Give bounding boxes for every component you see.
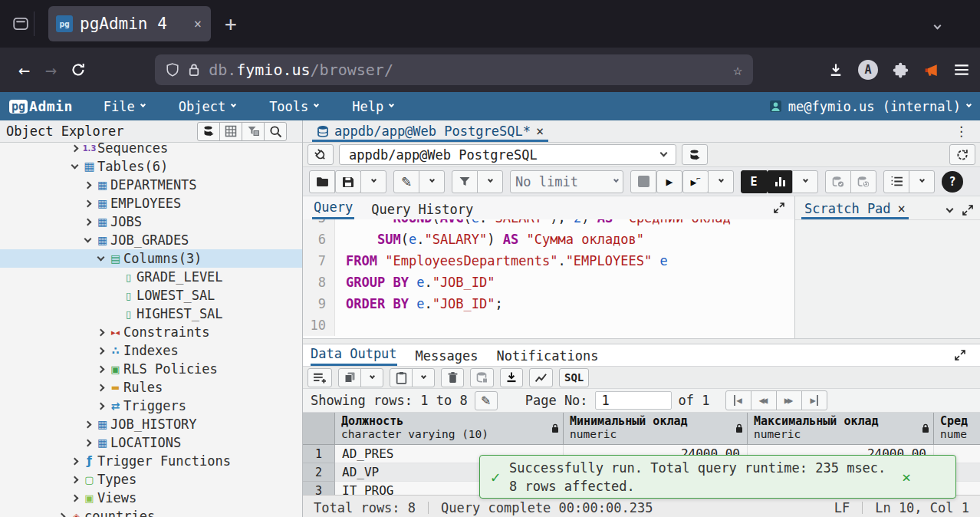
sql-editor[interactable]: 5 ROUND(AVG(e."SALARY"), 2) AS "Средний …	[303, 219, 794, 338]
macros-button[interactable]	[883, 170, 909, 193]
kebab-menu-icon[interactable]: ⋮	[955, 123, 968, 139]
row-number-cell[interactable]: 3	[303, 482, 335, 495]
chevron-right-icon[interactable]	[94, 385, 107, 390]
chevron-right-icon[interactable]	[68, 459, 81, 464]
expand-results-button[interactable]	[954, 349, 966, 361]
eol-indicator[interactable]: LF	[834, 500, 850, 515]
delete-row-button[interactable]	[441, 368, 464, 387]
account-button[interactable]: A	[858, 60, 878, 80]
show-sql-button[interactable]: SQL	[559, 368, 589, 387]
chevron-right-icon[interactable]	[81, 219, 94, 225]
reset-layout-button[interactable]	[949, 144, 975, 165]
tab-query[interactable]: Query	[312, 198, 354, 219]
chevron-right-icon[interactable]	[94, 403, 107, 409]
paste-button[interactable]	[390, 368, 413, 387]
grid-column-header[interactable]: Должностьcharacter varying (10)	[335, 413, 564, 445]
chevron-right-icon[interactable]	[81, 201, 94, 206]
connect-server-button[interactable]	[197, 122, 220, 141]
scratch-pad-close[interactable]: ×	[898, 201, 906, 216]
tree-item-jobs[interactable]: ▦JOBS	[0, 212, 302, 231]
code-line[interactable]: 10	[303, 314, 794, 336]
expand-editor-button[interactable]	[773, 202, 785, 214]
tree-item-types[interactable]: ▢Types	[0, 470, 302, 489]
limit-dropdown[interactable]: No limit	[510, 170, 623, 193]
lock-icon[interactable]	[189, 63, 199, 77]
tree-item-triggers[interactable]: ⇄Triggers	[0, 397, 302, 415]
tab-close-button[interactable]: ×	[192, 16, 203, 31]
scratch-pad-expand-button[interactable]	[962, 204, 974, 216]
chevron-right-icon[interactable]	[68, 477, 81, 482]
save-file-button[interactable]	[335, 170, 361, 193]
code-line-clipped[interactable]: 5 ROUND(AVG(e."SALARY"), 2) AS "Средний …	[303, 219, 794, 229]
grid-column-header[interactable]: Максимальный окладnumeric	[748, 413, 934, 445]
filter-button[interactable]	[452, 170, 478, 193]
filter-options-chevron[interactable]	[477, 170, 503, 193]
chevron-down-icon[interactable]	[94, 258, 107, 260]
code-line[interactable]: 9ORDER BY e."JOB_ID";	[303, 293, 794, 314]
grid-column-header[interactable]: Минимальный окладnumeric	[564, 413, 748, 445]
copy-options-chevron[interactable]	[360, 368, 383, 387]
menu-button[interactable]	[954, 63, 969, 77]
chevron-down-icon[interactable]	[81, 239, 94, 242]
open-file-button[interactable]	[309, 170, 335, 193]
scratch-pad-body[interactable]	[795, 219, 980, 338]
search-objects-button[interactable]	[264, 122, 287, 141]
new-connection-button[interactable]	[682, 144, 708, 165]
reload-button[interactable]	[71, 62, 86, 77]
row-number-cell[interactable]: 1	[303, 445, 335, 463]
tab-list-chevron-icon[interactable]	[935, 17, 940, 31]
save-options-chevron[interactable]	[360, 170, 386, 193]
query-tool-tab-close[interactable]: ×	[536, 123, 544, 139]
code-line[interactable]: 8GROUP BY e."JOB_ID"	[303, 272, 794, 293]
chevron-right-icon[interactable]	[68, 146, 81, 151]
panel-splitter[interactable]	[303, 338, 980, 344]
connection-dropdown[interactable]: appdb/app@Web PostgreSQL	[339, 144, 676, 165]
query-tool-tab[interactable]: appdb/app@Web PostgreSQL* ×	[312, 122, 548, 142]
tree-item-rls-policies[interactable]: ▣RLS Policies	[0, 360, 302, 378]
execute-chevron[interactable]	[708, 170, 734, 193]
shield-icon[interactable]	[166, 62, 179, 77]
tree-item-indexes[interactable]: ∴Indexes	[0, 341, 302, 360]
execute-button[interactable]: ▶	[656, 170, 682, 193]
tree-item-departments[interactable]: ▦DEPARTMENTS	[0, 176, 302, 194]
properties-button[interactable]	[219, 122, 242, 141]
chevron-right-icon[interactable]	[68, 496, 81, 501]
explain-analyze-button[interactable]	[767, 170, 793, 193]
tab-query-history[interactable]: Query History	[370, 200, 475, 219]
chevron-right-icon[interactable]	[55, 514, 68, 517]
page-number-input[interactable]	[595, 391, 672, 410]
url-bar[interactable]: db.fymio.us/browser/ ☆	[155, 54, 753, 85]
tree-item-job-history[interactable]: ▦JOB_HISTORY	[0, 415, 302, 433]
code-line[interactable]: 7FROM "EmployeesDepartments"."EMPLOYEES"…	[303, 250, 794, 272]
tree-item-columns-3-[interactable]: ▤Columns(3)	[0, 249, 302, 268]
paste-options-chevron[interactable]	[412, 368, 435, 387]
tab-notifications[interactable]: Notifications	[496, 348, 598, 366]
scratch-pad-tab[interactable]: Scratch Pad ×	[801, 199, 909, 219]
pgadmin-logo[interactable]: pg Admin	[9, 98, 73, 114]
help-button[interactable]: ?	[942, 171, 963, 193]
explain-button[interactable]: E	[741, 170, 767, 193]
chevron-right-icon[interactable]	[81, 440, 94, 446]
tree-item-constraints[interactable]: ▸◂Constraints	[0, 323, 302, 341]
toast-close-button[interactable]: ×	[902, 468, 911, 486]
chevron-right-icon[interactable]	[81, 183, 94, 188]
chevron-right-icon[interactable]	[94, 348, 107, 354]
copy-button[interactable]	[338, 368, 361, 387]
tree-item-employees[interactable]: ▦EMPLOYEES	[0, 194, 302, 212]
chevron-down-icon[interactable]	[68, 166, 81, 168]
menu-help[interactable]: Help	[352, 99, 393, 114]
tab-messages[interactable]: Messages	[416, 348, 478, 366]
chevron-right-icon[interactable]	[94, 330, 107, 335]
macros-chevron[interactable]	[909, 170, 935, 193]
downloads-button[interactable]	[828, 62, 844, 77]
url-text[interactable]: db.fymio.us/browser/	[209, 61, 393, 79]
tree-item-views[interactable]: ▣Views	[0, 489, 302, 507]
grid-column-header[interactable]: Средnume	[934, 413, 980, 445]
tree-item-sequences[interactable]: 1.3Sequences	[0, 139, 302, 157]
connection-status-button[interactable]	[307, 144, 334, 165]
download-results-button[interactable]	[500, 368, 523, 387]
edit-options-chevron[interactable]	[419, 170, 445, 193]
tree-item-job-grades[interactable]: ▦JOB_GRADES	[0, 231, 302, 249]
new-tab-button[interactable]: +	[225, 12, 237, 35]
tab-data-output[interactable]: Data Output	[311, 346, 397, 366]
